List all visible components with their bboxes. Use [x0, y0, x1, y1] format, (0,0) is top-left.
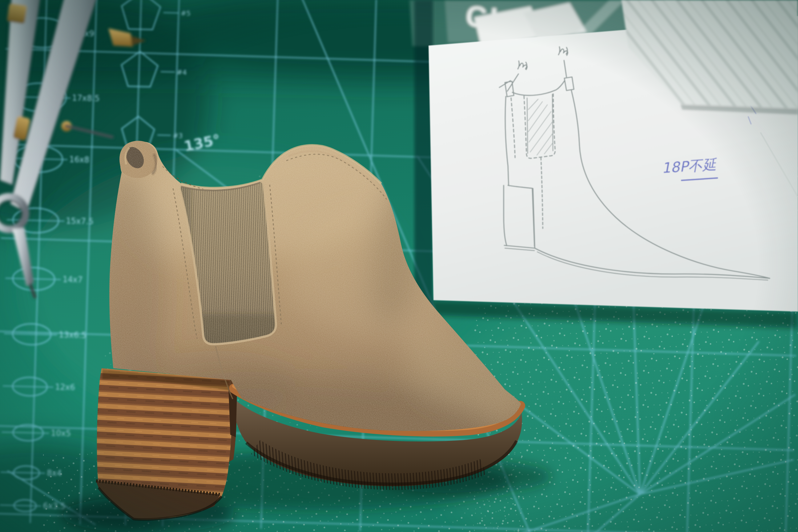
- photo-vignette: [0, 0, 798, 532]
- photo-stage: 18x9 17x8.5 16x8 15x7.5 14x7 13x6.5 12x6…: [0, 0, 798, 532]
